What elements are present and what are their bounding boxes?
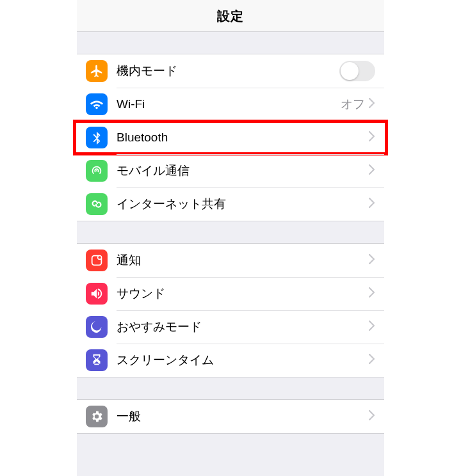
row-bluetooth[interactable]: Bluetooth	[77, 121, 384, 154]
airplane-toggle[interactable]	[339, 61, 375, 81]
section-gap	[77, 221, 384, 243]
settings-screen: 設定 機内モード Wi-Fi オフ	[77, 0, 384, 476]
settings-group-connectivity: 機内モード Wi-Fi オフ Bluetooth	[77, 54, 384, 221]
airplane-label: 機内モード	[117, 63, 339, 79]
airplane-icon	[86, 60, 108, 82]
row-sounds[interactable]: サウンド	[77, 277, 384, 310]
hourglass-icon	[86, 349, 108, 371]
cellular-label: モバイル通信	[117, 163, 369, 179]
wifi-value: オフ	[341, 96, 365, 113]
chevron-right-icon	[369, 254, 375, 267]
notifications-label: 通知	[117, 252, 369, 269]
chevron-right-icon	[369, 198, 375, 210]
hotspot-icon	[86, 193, 108, 215]
row-general[interactable]: 一般	[77, 400, 384, 433]
row-notifications[interactable]: 通知	[77, 244, 384, 277]
row-screen-time[interactable]: スクリーンタイム	[77, 344, 384, 377]
bluetooth-icon	[86, 127, 108, 148]
sounds-icon	[86, 283, 108, 305]
moon-icon	[86, 316, 108, 338]
hotspot-label: インターネット共有	[117, 196, 369, 212]
row-hotspot[interactable]: インターネット共有	[77, 187, 384, 221]
notifications-icon	[86, 250, 108, 271]
row-do-not-disturb[interactable]: おやすみモード	[77, 310, 384, 344]
settings-group-alerts: 通知 サウンド おやすみモード	[77, 243, 384, 377]
section-gap	[77, 377, 384, 399]
row-cellular[interactable]: モバイル通信	[77, 154, 384, 187]
chevron-right-icon	[369, 321, 375, 333]
bluetooth-label: Bluetooth	[117, 131, 369, 145]
row-airplane-mode[interactable]: 機内モード	[77, 54, 384, 88]
dnd-label: おやすみモード	[117, 319, 369, 335]
section-gap	[77, 32, 384, 54]
wifi-icon	[86, 93, 108, 115]
chevron-right-icon	[369, 98, 375, 111]
chevron-right-icon	[369, 287, 375, 300]
svg-point-1	[98, 255, 102, 259]
general-label: 一般	[117, 408, 369, 425]
page-title: 設定	[77, 0, 384, 32]
chevron-right-icon	[369, 410, 375, 423]
gear-icon	[86, 406, 108, 427]
settings-group-general: 一般	[77, 399, 384, 434]
chevron-right-icon	[369, 131, 375, 144]
screentime-label: スクリーンタイム	[117, 352, 369, 369]
bluetooth-highlight: Bluetooth	[77, 121, 384, 154]
chevron-right-icon	[369, 354, 375, 367]
wifi-label: Wi-Fi	[117, 97, 341, 111]
sounds-label: サウンド	[117, 285, 369, 302]
row-wifi[interactable]: Wi-Fi オフ	[77, 88, 384, 121]
cellular-icon	[86, 160, 108, 182]
chevron-right-icon	[369, 164, 375, 177]
